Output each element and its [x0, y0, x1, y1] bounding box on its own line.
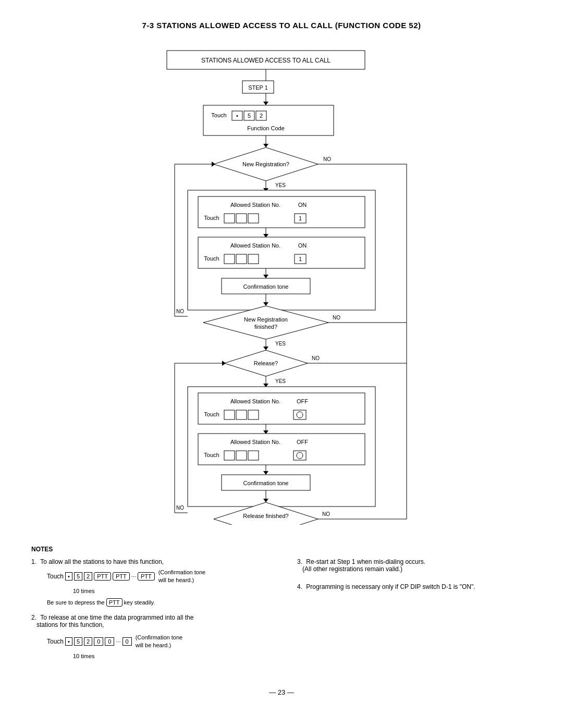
note-2-sequence: Touch • 5 2 0 0 ··· 0 (Confirmation tone… — [47, 634, 266, 650]
svg-text:OFF: OFF — [297, 439, 308, 445]
svg-text:STEP 1: STEP 1 — [248, 84, 268, 91]
svg-text:Confirmation tone: Confirmation tone — [243, 480, 289, 486]
svg-text:NO: NO — [176, 309, 184, 314]
note-2-text: 2. To release at one time the data progr… — [31, 614, 266, 628]
svg-rect-80 — [248, 410, 259, 419]
svg-rect-38 — [198, 237, 365, 268]
note-item-2: 2. To release at one time the data progr… — [31, 614, 266, 659]
svg-text:1: 1 — [299, 215, 302, 221]
svg-text:Touch: Touch — [204, 215, 219, 221]
svg-point-93 — [297, 452, 303, 459]
page-number: — 23 — — [31, 688, 532, 696]
svg-rect-32 — [236, 214, 247, 223]
notes-row: 1. To allow all the stations to have thi… — [31, 558, 532, 668]
note-3-text: 3. Re-start at Step 1 when mis-dialing o… — [297, 558, 532, 573]
note-4-text: 4. Programming is necessary only if CP D… — [297, 583, 532, 590]
svg-text:Allowed Station No.: Allowed Station No. — [230, 439, 280, 445]
note-1-times: 10 times — [73, 588, 266, 594]
note-1-sequence: Touch • 5 2 PTT PTT ··· PTT (Confirmatio… — [47, 569, 266, 585]
svg-text:NO: NO — [176, 505, 184, 511]
svg-text:2: 2 — [260, 113, 263, 119]
svg-rect-44 — [248, 254, 259, 264]
flowchart-container: STATIONS ALLOWED ACCESS TO ALL CALL STEP… — [31, 45, 532, 525]
notes-title: NOTES — [31, 546, 532, 553]
svg-rect-33 — [248, 214, 259, 223]
svg-rect-42 — [224, 254, 235, 264]
svg-text:OFF: OFF — [297, 398, 308, 404]
svg-text:Release?: Release? — [254, 360, 278, 366]
notes-section: NOTES 1. To allow all the stations to ha… — [31, 546, 532, 668]
svg-text:Allowed Station No.: Allowed Station No. — [230, 242, 280, 249]
svg-text:New Registration: New Registration — [244, 316, 288, 323]
svg-text:Touch: Touch — [211, 112, 226, 118]
svg-text:STATIONS ALLOWED ACCESS TO ALL: STATIONS ALLOWED ACCESS TO ALL CALL — [201, 57, 331, 64]
svg-text:Function Code: Function Code — [247, 125, 285, 131]
note-1-extra: Be sure to depress the PTT key steadily. — [47, 599, 266, 606]
note-1-text: 1. To allow all the stations to have thi… — [31, 558, 266, 565]
svg-marker-17 — [263, 144, 268, 147]
svg-text:•: • — [236, 113, 238, 119]
svg-text:YES: YES — [275, 182, 286, 188]
svg-text:New Registration?: New Registration? — [242, 161, 289, 167]
svg-rect-43 — [236, 254, 247, 264]
svg-rect-27 — [198, 196, 365, 228]
note-2-times: 10 times — [73, 653, 266, 659]
notes-left-col: 1. To allow all the stations to have thi… — [31, 558, 266, 668]
svg-marker-57 — [212, 162, 215, 167]
note-item-4: 4. Programming is necessary only if CP D… — [297, 583, 532, 590]
svg-rect-89 — [224, 451, 235, 460]
svg-text:Confirmation tone: Confirmation tone — [243, 283, 289, 290]
svg-text:NO: NO — [312, 355, 320, 361]
page-title: 7-3 STATIONS ALLOWED ACCESS TO ALL CALL … — [31, 21, 532, 30]
note-item-1: 1. To allow all the stations to have thi… — [31, 558, 266, 606]
svg-text:ON: ON — [298, 202, 307, 208]
notes-right-col: 3. Re-start at Step 1 when mis-dialing o… — [297, 558, 532, 668]
svg-text:NO: NO — [322, 511, 330, 517]
svg-text:Touch: Touch — [204, 411, 219, 417]
svg-text:Allowed Station No.: Allowed Station No. — [230, 398, 280, 404]
svg-text:NO: NO — [333, 315, 340, 320]
svg-marker-58 — [203, 306, 328, 339]
svg-marker-62 — [263, 347, 268, 350]
svg-marker-6 — [263, 102, 268, 105]
svg-rect-31 — [224, 214, 235, 223]
svg-text:Touch: Touch — [204, 452, 219, 458]
svg-point-82 — [297, 412, 303, 418]
svg-rect-78 — [224, 410, 235, 419]
svg-text:NO: NO — [323, 156, 331, 162]
svg-rect-85 — [198, 434, 365, 465]
svg-text:1: 1 — [299, 256, 302, 262]
note-item-3: 3. Re-start at Step 1 when mis-dialing o… — [297, 558, 532, 573]
svg-text:finished?: finished? — [254, 324, 277, 330]
svg-rect-74 — [198, 393, 365, 424]
svg-text:Allowed Station No.: Allowed Station No. — [230, 202, 280, 208]
svg-text:ON: ON — [298, 242, 307, 249]
svg-text:Release finished?: Release finished? — [243, 513, 288, 519]
svg-text:YES: YES — [275, 341, 286, 347]
svg-text:5: 5 — [248, 113, 251, 119]
svg-text:Touch: Touch — [204, 255, 219, 262]
svg-rect-79 — [236, 410, 247, 419]
flowchart-svg: STATIONS ALLOWED ACCESS TO ALL CALL STEP… — [94, 45, 469, 525]
svg-rect-90 — [236, 451, 247, 460]
svg-text:YES: YES — [275, 378, 286, 384]
svg-rect-91 — [248, 451, 259, 460]
svg-marker-104 — [222, 361, 226, 366]
